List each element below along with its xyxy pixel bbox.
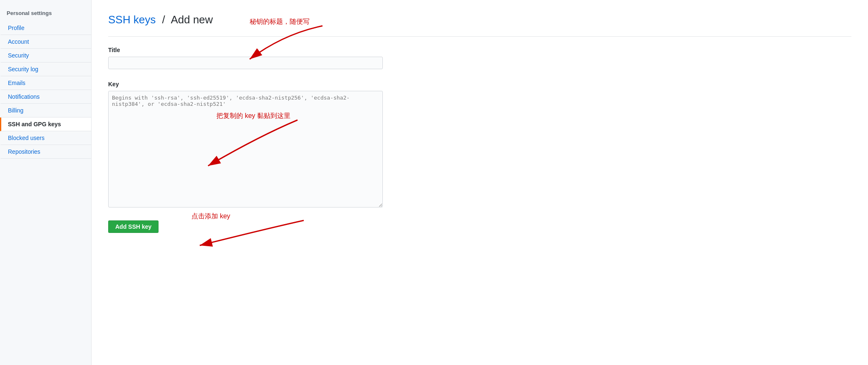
sidebar-item-billing[interactable]: Billing (0, 104, 91, 118)
sidebar-item-emails[interactable]: Emails (0, 76, 91, 90)
key-textarea[interactable] (108, 91, 383, 208)
submit-arrow-icon (166, 216, 308, 254)
title-input[interactable] (108, 57, 383, 69)
sidebar-item-repositories[interactable]: Repositories (0, 145, 91, 159)
sidebar-item-security-log[interactable]: Security log (0, 62, 91, 76)
sidebar-item-notifications[interactable]: Notifications (0, 90, 91, 104)
breadcrumb-link[interactable]: SSH keys (108, 13, 156, 26)
sidebar-item-account[interactable]: Account (0, 35, 91, 49)
sidebar-heading: Personal settings (0, 7, 91, 21)
sidebar-item-profile[interactable]: Profile (0, 21, 91, 35)
title-label: Title (108, 47, 851, 53)
title-form-group: Title 秘钥的标题，随便写 (108, 47, 851, 69)
add-ssh-key-button[interactable]: Add SSH key (108, 220, 159, 233)
main-content: SSH keys / Add new Title 秘钥的标题，随便写 Key (92, 0, 868, 365)
sidebar: Personal settings Profile Account Securi… (0, 0, 92, 365)
section-divider (108, 36, 851, 37)
breadcrumb-separator: / (162, 13, 165, 26)
submit-annotation: 点击添加 key (191, 212, 230, 221)
sidebar-item-blocked-users[interactable]: Blocked users (0, 131, 91, 145)
sidebar-item-ssh-gpg-keys[interactable]: SSH and GPG keys (0, 118, 91, 131)
breadcrumb: SSH keys / Add new (108, 13, 851, 26)
sidebar-item-security[interactable]: Security (0, 49, 91, 62)
submit-form-group: Add SSH key 点击添加 key (108, 220, 851, 233)
key-form-group: Key 把复制的 key 黏贴到这里 (108, 81, 851, 209)
breadcrumb-current: Add new (171, 13, 213, 26)
key-label: Key (108, 81, 851, 88)
